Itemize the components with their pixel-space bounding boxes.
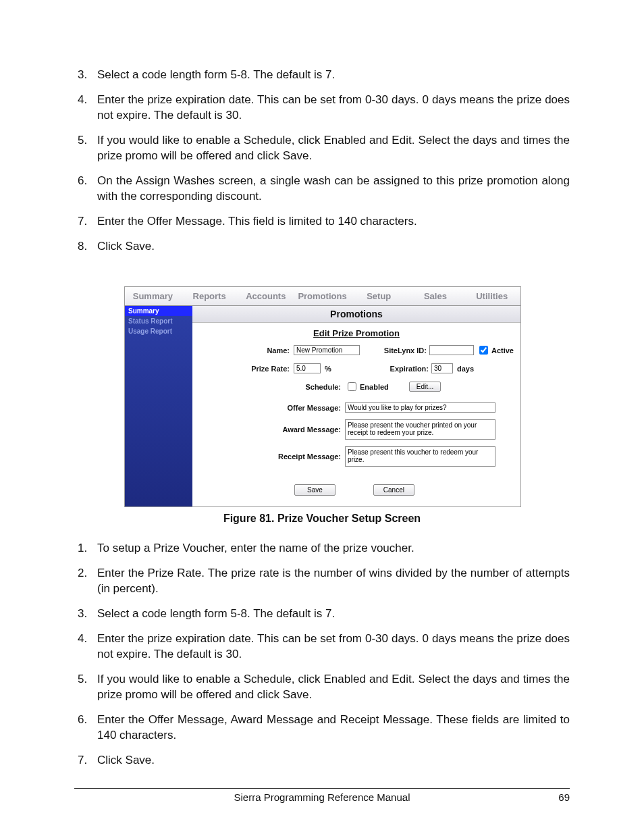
edit-button[interactable]: Edit... bbox=[409, 382, 441, 392]
sidebar-item-usage-report[interactable]: Usage Report bbox=[125, 326, 192, 336]
tab-accounts[interactable]: Accounts bbox=[238, 287, 294, 305]
list-item: Enter the Prize Rate. The prize rate is … bbox=[90, 566, 570, 597]
label-offer-message: Offer Message: bbox=[195, 404, 345, 412]
name-input[interactable] bbox=[294, 345, 360, 355]
list-item: Enter the prize expiration date. This ca… bbox=[90, 631, 570, 662]
save-button[interactable]: Save bbox=[294, 484, 336, 496]
active-checkbox[interactable] bbox=[479, 346, 488, 355]
label-schedule: Schedule: bbox=[195, 383, 345, 391]
list-item: Enter the Offer Message, Award Message a… bbox=[90, 712, 570, 744]
form-title: Edit Prize Promotion bbox=[192, 328, 520, 338]
tab-setup[interactable]: Setup bbox=[351, 287, 408, 305]
expiration-input[interactable] bbox=[431, 363, 453, 373]
prize-rate-input[interactable] bbox=[294, 363, 321, 373]
sidebar: Summary Status Report Usage Report bbox=[125, 306, 192, 506]
page-footer: Sierra Programming Reference Manual 69 bbox=[74, 788, 570, 803]
label-award-message: Award Message: bbox=[195, 425, 345, 434]
sidebar-item-status-report[interactable]: Status Report bbox=[125, 316, 192, 326]
top-tab-bar: Summary Reports Accounts Promotions Setu… bbox=[125, 287, 520, 306]
label-days: days bbox=[457, 365, 474, 373]
label-siteid: SiteLynx ID: bbox=[369, 346, 429, 355]
label-active: Active bbox=[491, 346, 514, 355]
enabled-checkbox[interactable] bbox=[348, 382, 356, 391]
instruction-list-bottom: To setup a Prize Voucher, enter the name… bbox=[74, 541, 570, 768]
tab-sales[interactable]: Sales bbox=[408, 287, 464, 305]
list-item: Select a code length form 5-8. The defau… bbox=[90, 606, 570, 622]
sidebar-item-summary[interactable]: Summary bbox=[125, 306, 192, 316]
label-name: Name: bbox=[195, 346, 294, 355]
list-item: To setup a Prize Voucher, enter the name… bbox=[90, 541, 570, 556]
tab-reports[interactable]: Reports bbox=[182, 287, 238, 305]
tab-summary[interactable]: Summary bbox=[125, 287, 182, 305]
list-item: If you would like to enable a Schedule, … bbox=[90, 672, 570, 703]
list-item: Click Save. bbox=[90, 239, 570, 255]
ui-window: Summary Reports Accounts Promotions Setu… bbox=[124, 286, 521, 507]
section-title: Promotions bbox=[192, 306, 520, 323]
list-item: Click Save. bbox=[90, 753, 570, 768]
list-item: Enter the prize expiration date. This ca… bbox=[90, 93, 570, 124]
award-message-input[interactable] bbox=[345, 419, 495, 440]
label-prize-rate: Prize Rate: bbox=[195, 365, 294, 373]
offer-message-input[interactable] bbox=[345, 402, 495, 413]
label-expiration: Expiration: bbox=[354, 365, 431, 373]
receipt-message-input[interactable] bbox=[345, 446, 495, 467]
enabled-checkbox-wrap[interactable]: Enabled bbox=[345, 380, 389, 393]
list-item: Select a code length form 5-8. The defau… bbox=[90, 68, 570, 83]
figure: Summary Reports Accounts Promotions Setu… bbox=[124, 286, 520, 525]
list-item: On the Assign Washes screen, a single wa… bbox=[90, 174, 570, 205]
label-receipt-message: Receipt Message: bbox=[195, 452, 345, 461]
tab-promotions[interactable]: Promotions bbox=[294, 287, 351, 305]
siteid-input[interactable] bbox=[429, 345, 474, 355]
label-enabled: Enabled bbox=[360, 383, 389, 391]
list-item: If you would like to enable a Schedule, … bbox=[90, 133, 570, 164]
page-number: 69 bbox=[536, 791, 570, 803]
active-checkbox-wrap[interactable]: Active bbox=[477, 344, 514, 357]
cancel-button[interactable]: Cancel bbox=[373, 484, 414, 496]
tab-utilities[interactable]: Utilities bbox=[464, 287, 520, 305]
list-item: Enter the Offer Message. This field is l… bbox=[90, 214, 570, 230]
figure-caption: Figure 81. Prize Voucher Setup Screen bbox=[124, 513, 520, 525]
content-area: Promotions Edit Prize Promotion Name: Si… bbox=[192, 306, 520, 506]
footer-title: Sierra Programming Reference Manual bbox=[108, 791, 536, 803]
label-percent: % bbox=[325, 365, 331, 373]
instruction-list-top: Select a code length form 5-8. The defau… bbox=[74, 68, 570, 254]
